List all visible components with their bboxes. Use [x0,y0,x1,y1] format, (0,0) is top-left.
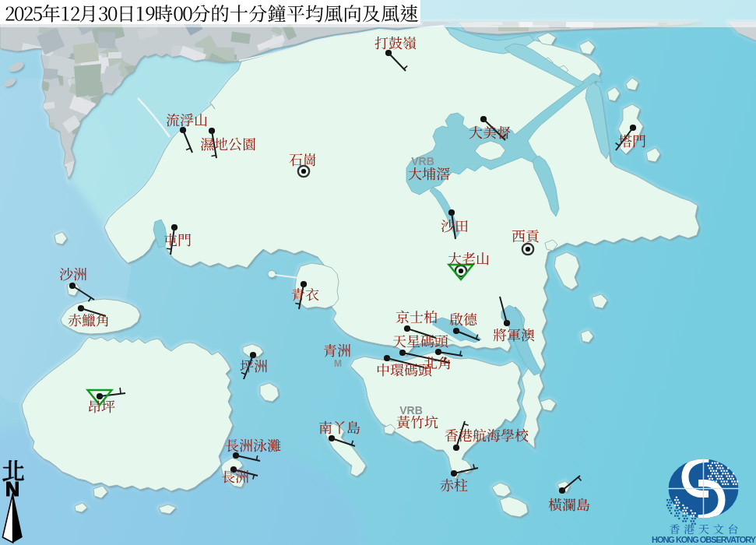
svg-text:M: M [334,358,342,369]
svg-text:VRB: VRB [411,155,434,167]
svg-text:VRB: VRB [399,404,423,417]
svg-text:HONG KONG OBSERVATORY: HONG KONG OBSERVATORY [652,535,756,544]
